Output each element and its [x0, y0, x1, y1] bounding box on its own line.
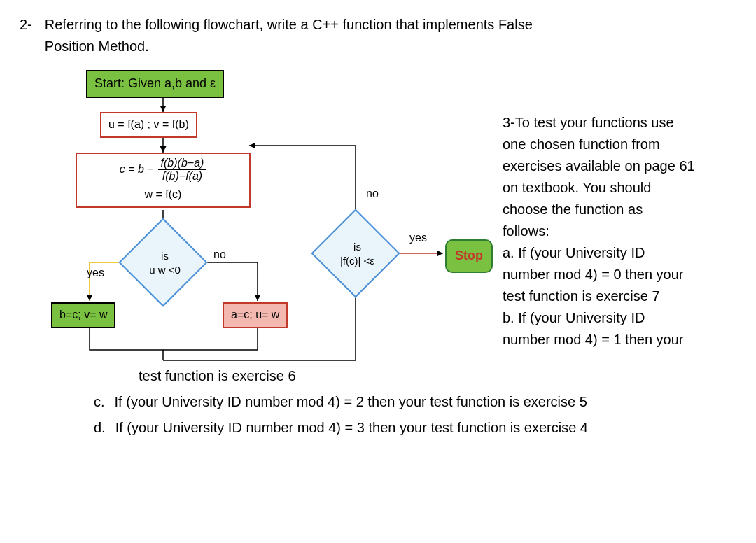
label-no-2: no: [366, 185, 379, 203]
dec2-line1: is: [315, 240, 399, 253]
dec1-line1: is: [122, 249, 206, 262]
d-text: If (your University ID number mod 4) = 3…: [115, 417, 736, 439]
c-letter: c.: [94, 391, 105, 413]
r2: one chosen function from: [503, 134, 736, 155]
question-line1: Referring to the following flowchart, wr…: [45, 17, 533, 32]
dec1-line2: u w <0: [122, 262, 206, 276]
question-number: 2-: [20, 14, 32, 57]
decision-uw: is u w <0: [118, 218, 207, 306]
stop-box: Stop: [445, 239, 493, 273]
r11: number mod 4) = 1 then your: [503, 329, 736, 351]
calc-c-num: f(b)(b−a): [158, 157, 207, 170]
r10: b. If (your University ID: [503, 307, 736, 329]
proc-no-box: a=c; u= w: [223, 302, 288, 328]
r1: 3-To test your functions use: [503, 112, 736, 134]
right-text: 3-To test your functions use one chosen …: [503, 70, 736, 351]
question-text: Referring to the following flowchart, wr…: [45, 14, 736, 57]
r3: exercises available on page 61: [503, 155, 736, 177]
calc-c-den: f(b)−f(a): [158, 170, 207, 183]
r7: a. If (your University ID: [503, 242, 736, 264]
r9: test function is exercise 7: [503, 285, 736, 307]
label-no-1: no: [214, 246, 226, 264]
decision-fc: is |f(c)| <ε: [311, 209, 400, 297]
calc-c-prefix: c = b −: [120, 161, 154, 178]
bottom-text: test function is exercise 6 c. If (your …: [62, 365, 736, 439]
flowchart: Start: Given a,b and ε u = f(a) ; v = f(…: [62, 70, 496, 364]
init-box: u = f(a) ; v = f(b): [100, 112, 197, 138]
bullet-c: c. If (your University ID number mod 4) …: [94, 391, 736, 413]
question-line2: Position Method.: [45, 38, 149, 54]
r4: on textbook. You should: [503, 177, 736, 199]
r6: follows:: [503, 220, 736, 242]
label-yes-2: yes: [410, 230, 427, 247]
dec2-line2: |f(c)| <ε: [315, 253, 399, 267]
proc-yes-box: b=c; v= w: [51, 302, 115, 328]
content-row: Start: Given a,b and ε u = f(a) ; v = f(…: [62, 70, 736, 364]
start-box: Start: Given a,b and ε: [86, 70, 224, 98]
calc-c-fraction: f(b)(b−a) f(b)−f(a): [158, 157, 207, 182]
c-text: If (your University ID number mod 4) = 2…: [115, 391, 736, 413]
label-yes-1: yes: [87, 265, 104, 282]
b1: test function is exercise 6: [139, 365, 736, 387]
calc-w: w = f(c): [84, 186, 242, 204]
r8: number mod 4) = 0 then your: [503, 264, 736, 285]
calc-box: c = b − f(b)(b−a) f(b)−f(a) w = f(c): [76, 153, 251, 208]
bullet-d: d. If (your University ID number mod 4) …: [94, 417, 736, 439]
r5: choose the function as: [503, 199, 736, 220]
d-letter: d.: [94, 417, 106, 439]
question-header: 2- Referring to the following flowchart,…: [20, 14, 736, 57]
